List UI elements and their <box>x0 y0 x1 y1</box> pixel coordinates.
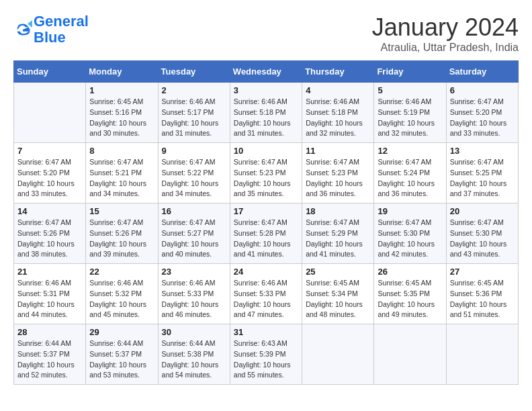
day-info: Sunrise: 6:45 AM Sunset: 5:35 PM Dayligh… <box>378 278 442 320</box>
calendar-cell: 9Sunrise: 6:47 AM Sunset: 5:22 PM Daylig… <box>158 143 230 203</box>
day-info: Sunrise: 6:46 AM Sunset: 5:17 PM Dayligh… <box>162 97 226 139</box>
calendar-week-5: 28Sunrise: 6:44 AM Sunset: 5:37 PM Dayli… <box>14 324 519 385</box>
day-info: Sunrise: 6:47 AM Sunset: 5:20 PM Dayligh… <box>17 157 82 199</box>
page-header: General Blue January 2024 Atraulia, Utta… <box>13 13 519 54</box>
day-number: 1 <box>89 85 154 95</box>
header-thursday: Thursday <box>302 61 374 83</box>
calendar-cell <box>14 83 86 143</box>
day-number: 23 <box>162 267 226 277</box>
day-number: 10 <box>234 146 298 156</box>
day-number: 26 <box>378 267 442 277</box>
calendar-week-2: 7Sunrise: 6:47 AM Sunset: 5:20 PM Daylig… <box>14 143 519 203</box>
day-info: Sunrise: 6:44 AM Sunset: 5:38 PM Dayligh… <box>162 338 226 381</box>
day-number: 3 <box>234 85 298 95</box>
calendar-week-3: 14Sunrise: 6:47 AM Sunset: 5:26 PM Dayli… <box>14 203 519 264</box>
logo-general: General <box>34 13 89 30</box>
calendar-cell: 11Sunrise: 6:47 AM Sunset: 5:23 PM Dayli… <box>302 143 374 203</box>
calendar-cell: 12Sunrise: 6:47 AM Sunset: 5:24 PM Dayli… <box>374 143 446 203</box>
calendar-cell: 27Sunrise: 6:45 AM Sunset: 5:36 PM Dayli… <box>446 264 518 324</box>
calendar-cell: 20Sunrise: 6:47 AM Sunset: 5:30 PM Dayli… <box>446 203 518 264</box>
day-number: 12 <box>378 146 442 156</box>
day-number: 14 <box>17 206 82 216</box>
header-wednesday: Wednesday <box>230 61 302 83</box>
day-number: 27 <box>450 267 515 277</box>
calendar-table: SundayMondayTuesdayWednesdayThursdayFrid… <box>13 60 519 385</box>
day-info: Sunrise: 6:47 AM Sunset: 5:23 PM Dayligh… <box>306 157 370 199</box>
day-number: 29 <box>89 327 154 337</box>
day-number: 16 <box>162 206 226 216</box>
day-info: Sunrise: 6:47 AM Sunset: 5:24 PM Dayligh… <box>378 157 442 199</box>
calendar-cell: 4Sunrise: 6:46 AM Sunset: 5:18 PM Daylig… <box>302 83 374 143</box>
day-info: Sunrise: 6:47 AM Sunset: 5:28 PM Dayligh… <box>234 218 298 260</box>
day-info: Sunrise: 6:47 AM Sunset: 5:27 PM Dayligh… <box>162 218 226 260</box>
calendar-cell <box>302 324 374 385</box>
calendar-cell: 28Sunrise: 6:44 AM Sunset: 5:37 PM Dayli… <box>14 324 86 385</box>
day-number: 18 <box>306 206 370 216</box>
header-sunday: Sunday <box>14 61 86 83</box>
day-number: 2 <box>162 85 226 95</box>
day-number: 30 <box>162 327 226 337</box>
calendar-cell: 24Sunrise: 6:46 AM Sunset: 5:33 PM Dayli… <box>230 264 302 324</box>
day-number: 20 <box>450 206 515 216</box>
day-info: Sunrise: 6:47 AM Sunset: 5:25 PM Dayligh… <box>450 157 515 199</box>
calendar-cell: 19Sunrise: 6:47 AM Sunset: 5:30 PM Dayli… <box>374 203 446 264</box>
month-title: January 2024 <box>372 13 519 42</box>
calendar-cell: 31Sunrise: 6:43 AM Sunset: 5:39 PM Dayli… <box>230 324 302 385</box>
day-info: Sunrise: 6:46 AM Sunset: 5:18 PM Dayligh… <box>234 97 298 139</box>
calendar-cell: 15Sunrise: 6:47 AM Sunset: 5:26 PM Dayli… <box>86 203 158 264</box>
day-info: Sunrise: 6:47 AM Sunset: 5:22 PM Dayligh… <box>162 157 226 199</box>
calendar-cell: 22Sunrise: 6:46 AM Sunset: 5:32 PM Dayli… <box>86 264 158 324</box>
calendar-cell: 23Sunrise: 6:46 AM Sunset: 5:33 PM Dayli… <box>158 264 230 324</box>
day-info: Sunrise: 6:46 AM Sunset: 5:19 PM Dayligh… <box>378 97 442 139</box>
calendar-cell: 1Sunrise: 6:45 AM Sunset: 5:16 PM Daylig… <box>86 83 158 143</box>
calendar-cell: 3Sunrise: 6:46 AM Sunset: 5:18 PM Daylig… <box>230 83 302 143</box>
day-number: 7 <box>17 146 82 156</box>
calendar-header-row: SundayMondayTuesdayWednesdayThursdayFrid… <box>14 61 519 83</box>
logo-icon <box>13 20 32 39</box>
day-number: 11 <box>306 146 370 156</box>
calendar-cell: 8Sunrise: 6:47 AM Sunset: 5:21 PM Daylig… <box>86 143 158 203</box>
day-info: Sunrise: 6:45 AM Sunset: 5:34 PM Dayligh… <box>306 278 370 320</box>
logo: General Blue <box>13 13 89 46</box>
day-info: Sunrise: 6:44 AM Sunset: 5:37 PM Dayligh… <box>17 338 82 381</box>
day-number: 21 <box>17 267 82 277</box>
day-info: Sunrise: 6:47 AM Sunset: 5:23 PM Dayligh… <box>234 157 298 199</box>
day-info: Sunrise: 6:45 AM Sunset: 5:16 PM Dayligh… <box>89 97 154 139</box>
calendar-cell <box>374 324 446 385</box>
calendar-cell: 30Sunrise: 6:44 AM Sunset: 5:38 PM Dayli… <box>158 324 230 385</box>
day-number: 17 <box>234 206 298 216</box>
header-tuesday: Tuesday <box>158 61 230 83</box>
day-info: Sunrise: 6:46 AM Sunset: 5:31 PM Dayligh… <box>17 278 82 320</box>
day-number: 25 <box>306 267 370 277</box>
day-info: Sunrise: 6:47 AM Sunset: 5:20 PM Dayligh… <box>450 97 515 139</box>
calendar-cell: 14Sunrise: 6:47 AM Sunset: 5:26 PM Dayli… <box>14 203 86 264</box>
day-info: Sunrise: 6:47 AM Sunset: 5:30 PM Dayligh… <box>450 218 515 260</box>
day-info: Sunrise: 6:46 AM Sunset: 5:18 PM Dayligh… <box>306 97 370 139</box>
day-number: 8 <box>89 146 154 156</box>
header-monday: Monday <box>86 61 158 83</box>
calendar-cell: 21Sunrise: 6:46 AM Sunset: 5:31 PM Dayli… <box>14 264 86 324</box>
day-number: 31 <box>234 327 298 337</box>
calendar-cell: 2Sunrise: 6:46 AM Sunset: 5:17 PM Daylig… <box>158 83 230 143</box>
calendar-cell: 6Sunrise: 6:47 AM Sunset: 5:20 PM Daylig… <box>446 83 518 143</box>
day-info: Sunrise: 6:46 AM Sunset: 5:33 PM Dayligh… <box>162 278 226 320</box>
calendar-cell: 13Sunrise: 6:47 AM Sunset: 5:25 PM Dayli… <box>446 143 518 203</box>
day-number: 6 <box>450 85 515 95</box>
calendar-cell: 7Sunrise: 6:47 AM Sunset: 5:20 PM Daylig… <box>14 143 86 203</box>
header-saturday: Saturday <box>446 61 518 83</box>
calendar-cell: 26Sunrise: 6:45 AM Sunset: 5:35 PM Dayli… <box>374 264 446 324</box>
day-number: 24 <box>234 267 298 277</box>
day-info: Sunrise: 6:47 AM Sunset: 5:26 PM Dayligh… <box>89 218 154 260</box>
calendar-week-1: 1Sunrise: 6:45 AM Sunset: 5:16 PM Daylig… <box>14 83 519 143</box>
day-number: 19 <box>378 206 442 216</box>
day-number: 22 <box>89 267 154 277</box>
day-info: Sunrise: 6:47 AM Sunset: 5:29 PM Dayligh… <box>306 218 370 260</box>
calendar-cell: 17Sunrise: 6:47 AM Sunset: 5:28 PM Dayli… <box>230 203 302 264</box>
day-number: 13 <box>450 146 515 156</box>
day-number: 28 <box>17 327 82 337</box>
logo-blue: Blue <box>34 29 66 46</box>
calendar-cell: 18Sunrise: 6:47 AM Sunset: 5:29 PM Dayli… <box>302 203 374 264</box>
calendar-cell: 16Sunrise: 6:47 AM Sunset: 5:27 PM Dayli… <box>158 203 230 264</box>
day-info: Sunrise: 6:47 AM Sunset: 5:30 PM Dayligh… <box>378 218 442 260</box>
header-friday: Friday <box>374 61 446 83</box>
